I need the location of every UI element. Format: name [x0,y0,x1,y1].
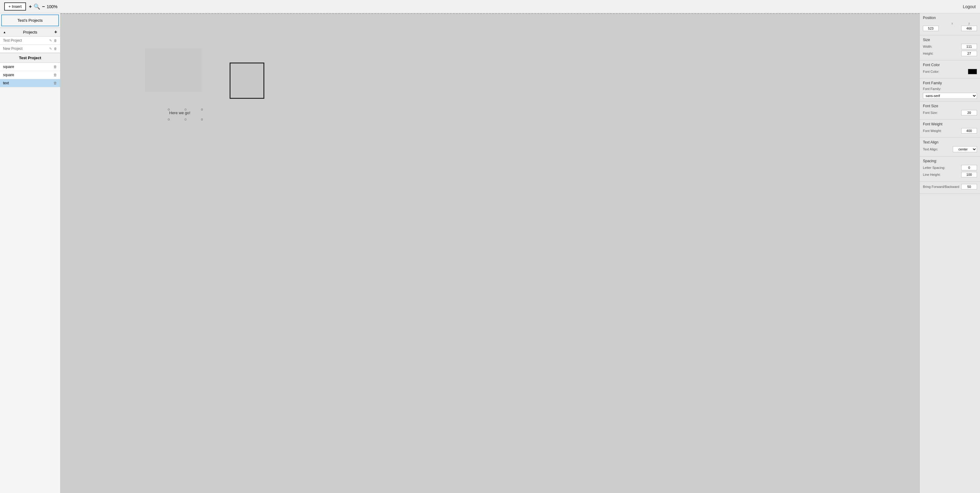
size-height-row: Height: [923,51,977,56]
project-item-new: New Project ✎ 🗑 [0,45,60,53]
zoom-level-display: 100% [46,4,57,9]
edit-project-new-button[interactable]: ✎ [49,47,52,51]
font-weight-section: Font Weight Font Weight: [920,119,980,138]
line-height-row: Line Height: [923,172,977,177]
font-color-title: Font Color [923,63,977,67]
zoom-in-button[interactable]: + [29,4,32,10]
layer-item-square-2[interactable]: square 🗑 [0,71,60,79]
text-align-label: Text Align: [923,148,938,151]
size-title: Size [923,38,977,42]
font-family-label: Font Family: [923,87,941,91]
size-section: Size Width: Height: [920,35,980,60]
font-weight-row: Font Weight: [923,128,977,134]
toolbar: + Insert + 🔍 − 100% Logout [0,0,980,13]
layer-item-square-1[interactable]: square 🗑 [0,63,60,71]
width-label: Width: [923,45,932,48]
handle-top-middle[interactable] [185,109,186,110]
height-input[interactable] [961,51,977,56]
position-section: Position x y [920,13,980,35]
project-item-test: Test Project ✎ 🗑 [0,37,60,45]
line-height-label: Line Height: [923,173,941,177]
layer-name-text: text [3,81,9,85]
delete-project-test-button[interactable]: 🗑 [54,39,57,43]
letter-spacing-row: Letter Spacing: [923,165,977,170]
text-align-row: Text Align: left center right [923,146,977,152]
canvas-text-element[interactable]: Here we go! [169,111,190,115]
position-x-input[interactable] [923,26,939,31]
zoom-icon: 🔍 [33,3,40,10]
projects-title: Test's Projects [1,14,59,26]
project-name-test: Test Project [3,38,22,43]
add-project-button[interactable]: + [54,29,57,35]
canvas-top-border [60,13,920,14]
font-size-title: Font Size [923,104,977,108]
delete-project-new-button[interactable]: 🗑 [54,47,57,51]
size-width-row: Width: [923,44,977,49]
z-order-label: Bring Forward/Backward [923,185,959,189]
position-xy-labels: x y [923,22,977,25]
y-label: y [961,22,977,25]
right-panel: Position x y Size Width: Height: [920,13,980,493]
text-align-select[interactable]: left center right [953,146,977,152]
height-label: Height: [923,52,934,55]
font-family-title: Font Family [923,81,977,85]
projects-header: ▲ Projects + [0,27,60,37]
zoom-out-button[interactable]: − [42,4,45,10]
line-height-input[interactable] [961,172,977,177]
z-order-section: Bring Forward/Backward [920,181,980,194]
logout-button[interactable]: Logout [963,4,976,9]
zoom-controls: + 🔍 − 100% [29,3,58,10]
project-name-new: New Project [3,46,23,51]
handle-bottom-middle[interactable] [185,119,186,120]
delete-layer-text-button[interactable]: 🗑 [54,81,57,85]
handle-top-left[interactable] [168,109,169,110]
main-content: Test's Projects ▲ Projects + Test Projec… [0,13,980,493]
x-label: x [944,22,960,25]
font-size-section: Font Size Font Size: [920,102,980,119]
canvas-area[interactable]: Here we go! [60,13,920,493]
canvas-square-2[interactable] [230,62,264,99]
layer-name-square-1: square [3,65,14,69]
z-order-input[interactable] [961,184,977,189]
position-title: Position [923,16,977,20]
text-align-section: Text Align Text Align: left center right [920,138,980,156]
font-color-swatch[interactable] [968,69,977,74]
project-actions-new: ✎ 🗑 [49,47,57,51]
canvas-square-1[interactable] [145,48,202,92]
font-weight-input[interactable] [961,128,977,134]
font-family-row: Font Family: [923,87,977,91]
font-weight-label: Font Weight: [923,129,942,133]
delete-layer-square-1-button[interactable]: 🗑 [54,65,57,69]
delete-layer-square-2-button[interactable]: 🗑 [54,73,57,77]
spacing-section: Spacing: Letter Spacing: Line Height: [920,156,980,181]
handle-bottom-right[interactable] [201,119,203,120]
position-y-input[interactable] [961,26,977,31]
layer-item-text[interactable]: text 🗑 [0,79,60,87]
insert-button[interactable]: + Insert [4,2,26,11]
letter-spacing-label: Letter Spacing: [923,166,945,170]
layer-section-header: Test Project [0,53,60,63]
z-order-row: Bring Forward/Backward [923,184,977,189]
sidebar: Test's Projects ▲ Projects + Test Projec… [0,13,60,493]
width-input[interactable] [961,44,977,49]
layer-name-square-2: square [3,73,14,77]
edit-project-test-button[interactable]: ✎ [49,39,52,43]
font-color-section: Font Color Font Color: [920,60,980,78]
font-weight-title: Font Weight [923,122,977,126]
project-actions-test: ✎ 🗑 [49,39,57,43]
position-inputs-row [923,26,977,31]
font-family-section: Font Family Font Family: sans-serif seri… [920,78,980,102]
font-size-row: Font Size: [923,110,977,115]
font-family-select[interactable]: sans-serif serif monospace cursive [923,93,977,99]
handle-bottom-left[interactable] [168,119,169,120]
handle-top-right[interactable] [201,109,203,110]
collapse-projects-button[interactable]: ▲ [3,30,6,34]
projects-label: Projects [6,30,54,35]
font-size-input[interactable] [961,110,977,115]
letter-spacing-input[interactable] [961,165,977,170]
font-color-row: Font Color: [923,69,977,74]
font-color-label: Font Color: [923,70,939,73]
font-size-label: Font Size: [923,111,938,115]
spacing-title: Spacing: [923,159,977,163]
text-align-title: Text Align [923,140,977,145]
